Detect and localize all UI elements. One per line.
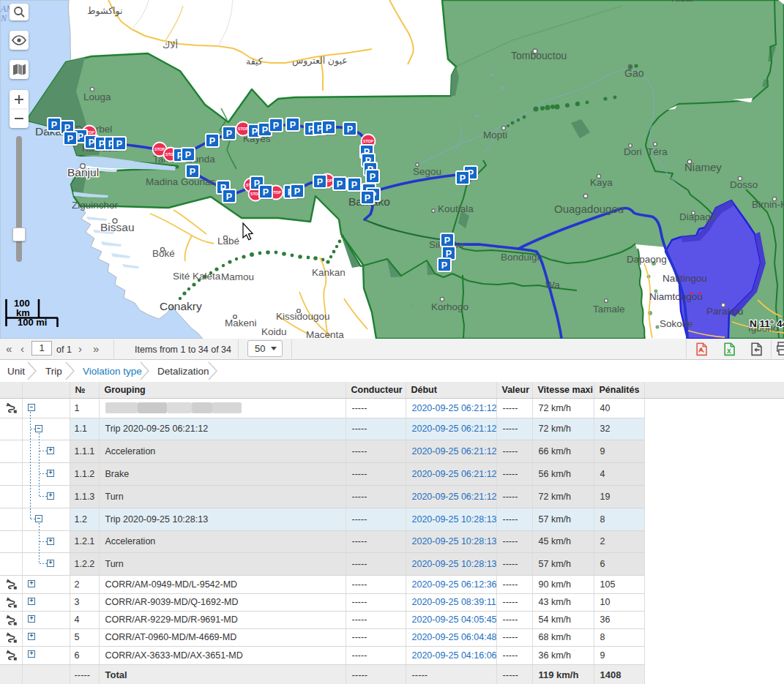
svg-text:Banjul: Banjul [67, 166, 99, 178]
svg-text:Birnin-Keb: Birnin-Keb [752, 199, 784, 210]
svg-text:Sokode: Sokode [660, 318, 693, 329]
svg-text:Niamtougou: Niamtougou [649, 291, 703, 302]
svg-text:Kidal: Kidal [671, 0, 693, 4]
svg-text:Wa: Wa [545, 279, 560, 290]
svg-text:Koidu: Koidu [261, 326, 287, 337]
svg-text:Bonduigi: Bonduigi [501, 252, 540, 263]
svg-text:Bissau: Bissau [100, 221, 135, 233]
svg-text:N 11° 44: N 11° 44 [750, 318, 784, 329]
svg-text:x: x [727, 347, 731, 355]
svg-text:Ouagadougou: Ouagadougou [554, 203, 624, 215]
svg-text:Madina Gounass: Madina Gounass [146, 176, 220, 187]
svg-text:ألاك: ألاك [163, 39, 178, 50]
svg-text:100 mi: 100 mi [18, 317, 47, 328]
svg-text:عيون العتروس: عيون العتروس [292, 56, 348, 67]
svg-text:Mopti: Mopti [483, 129, 507, 140]
svg-text:Segou: Segou [413, 166, 441, 177]
svg-text:Louga: Louga [83, 91, 111, 102]
svg-text:Labé: Labé [217, 236, 239, 247]
svg-text:Makeni: Makeni [225, 317, 257, 328]
svg-text:كيفة: كيفة [246, 56, 263, 67]
svg-text:Tamale: Tamale [593, 304, 625, 315]
svg-text:Tombouctou: Tombouctou [511, 50, 567, 61]
svg-text:Ziguinchor: Ziguinchor [72, 200, 119, 211]
svg-text:Dosso: Dosso [730, 179, 758, 190]
svg-text:Dori: Dori [624, 146, 642, 157]
svg-text:Koutiala: Koutiala [438, 203, 474, 214]
svg-text:نواكشوط: نواكشوط [87, 6, 123, 17]
svg-text:Macenta: Macenta [306, 329, 344, 339]
svg-text:Kaya: Kaya [590, 177, 613, 188]
svg-text:Natitingou: Natitingou [662, 273, 707, 284]
svg-text:N: N [0, 13, 7, 23]
svg-text:Boké: Boké [152, 248, 175, 259]
svg-text:Conakry: Conakry [160, 300, 202, 312]
svg-text:Korhogo: Korhogo [431, 301, 468, 312]
svg-text:Mamou: Mamou [221, 271, 254, 282]
svg-text:Sité Kaléta: Sité Kaléta [173, 271, 221, 282]
svg-text:Téra: Téra [647, 146, 668, 157]
svg-text:Dapaong: Dapaong [627, 254, 667, 265]
svg-text:Gao: Gao [624, 67, 644, 79]
svg-text:Kankan: Kankan [312, 267, 346, 278]
svg-text:Kissidougou: Kissidougou [276, 311, 330, 322]
svg-text:Niamey: Niamey [684, 161, 722, 173]
svg-text:Diapaga: Diapaga [679, 211, 717, 222]
svg-text:Parakou: Parakou [706, 306, 743, 317]
